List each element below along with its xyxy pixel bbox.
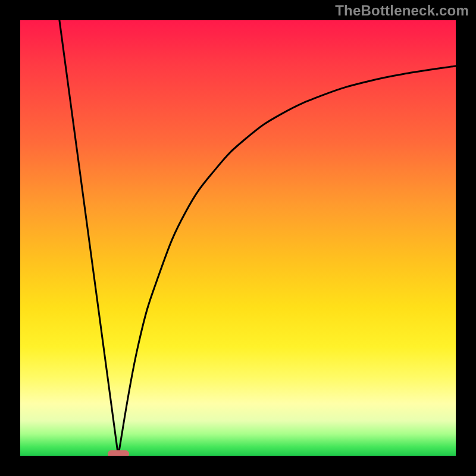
watermark-text: TheBottleneck.com	[335, 2, 469, 19]
minimum-marker-lozenge	[108, 450, 129, 456]
plot-area	[20, 20, 456, 456]
curve-path	[60, 20, 456, 456]
bottleneck-curve	[20, 20, 456, 456]
chart-frame: TheBottleneck.com	[0, 0, 476, 476]
